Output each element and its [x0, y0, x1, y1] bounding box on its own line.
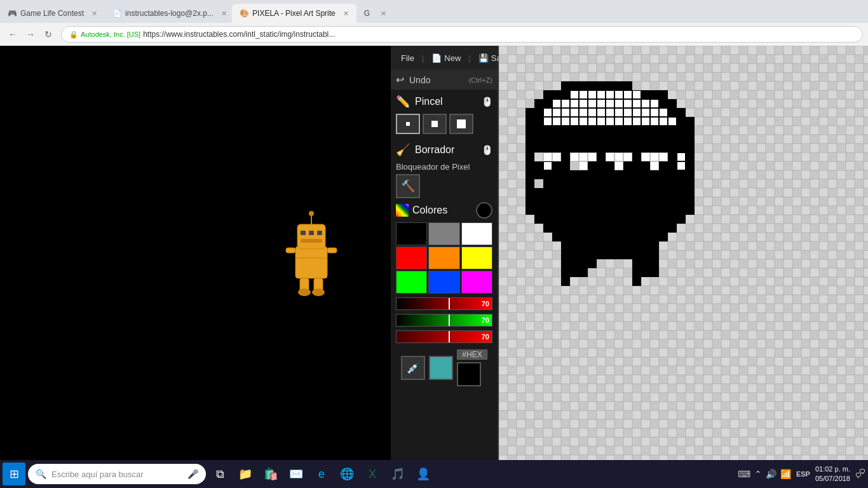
- volume-icon[interactable]: 🔊: [766, 469, 776, 479]
- file-explorer-button[interactable]: 📁: [234, 463, 257, 485]
- eraser-icon: 🧹: [396, 143, 410, 157]
- tab-favicon-1: 🎮: [8, 9, 17, 18]
- excel-button[interactable]: X: [361, 463, 384, 485]
- teal-color-preview[interactable]: [429, 356, 453, 380]
- blue-slider-thumb: [449, 331, 450, 342]
- rainbow-icon: [396, 204, 409, 217]
- undo-button[interactable]: ↩ Undo (Ctrl+Z): [391, 70, 498, 90]
- bloqueador-label: Bloqueador de Pixel: [396, 162, 492, 172]
- chrome-button[interactable]: 🌐: [336, 463, 358, 485]
- clock-time: 01:02 p. m.: [815, 464, 850, 474]
- eraser-tool[interactable]: 🧹 Borrador 🖱️: [391, 139, 498, 161]
- up-arrow-icon[interactable]: ⌃: [754, 469, 762, 479]
- refresh-button[interactable]: ↻: [41, 27, 56, 42]
- pixela-panel: File | 📄 New | 💾 Save | Help PIXELA ↩ Un…: [391, 46, 499, 460]
- eyedropper-button[interactable]: 💉: [401, 356, 425, 380]
- task-view-button[interactable]: ⧉: [208, 463, 231, 485]
- swatch-black[interactable]: [396, 222, 427, 245]
- robot-mascot-area: [241, 46, 381, 460]
- store-button[interactable]: 🛍️: [259, 463, 282, 485]
- mail-button[interactable]: ✉️: [285, 463, 308, 485]
- menu-new[interactable]: 📄 New: [426, 51, 466, 65]
- colors-label: Colores: [412, 205, 447, 216]
- brush-size-small[interactable]: [396, 114, 420, 134]
- pencil-header: ✏️ Pincel 🖱️: [396, 92, 492, 111]
- brush-dot-small: [406, 122, 410, 126]
- back-button[interactable]: ←: [5, 27, 20, 42]
- edge-button[interactable]: e: [310, 463, 333, 485]
- tab-favicon-4: G: [364, 9, 373, 18]
- tab-close-2[interactable]: ✕: [221, 10, 227, 18]
- red-slider-row[interactable]: 70: [396, 296, 492, 311]
- tab-label-1: Game Life Contest: [20, 9, 84, 18]
- start-button[interactable]: ⊞: [3, 463, 25, 485]
- tab-favicon-2: 📄: [112, 9, 121, 18]
- tab-pixela[interactable]: 🎨 PIXELA - Pixel Art Sprite ✕: [232, 4, 356, 23]
- blue-slider-row[interactable]: 70: [396, 329, 492, 344]
- hex-input-field[interactable]: #HEX: [457, 349, 487, 360]
- tab-game-life[interactable]: 🎮 Game Life Contest ✕: [0, 4, 105, 23]
- forward-button[interactable]: →: [23, 27, 38, 42]
- green-slider-track[interactable]: 70: [396, 314, 492, 327]
- eraser-label: Borrador: [415, 144, 454, 156]
- itunes-button[interactable]: 🎵: [386, 463, 409, 485]
- red-slider-value: 70: [482, 300, 489, 308]
- save-icon: 💾: [478, 53, 489, 63]
- tab-instructables[interactable]: 📄 instructables-logo@2x.p... ✕: [105, 4, 232, 23]
- green-slider-value: 70: [482, 316, 489, 324]
- tab-bar: 🎮 Game Life Contest ✕ 📄 instructables-lo…: [0, 0, 868, 23]
- svg-rect-4: [301, 231, 306, 235]
- svg-rect-0: [295, 247, 327, 278]
- taskbar-right: ⌨ ⌃ 🔊 📶 ESP 01:02 p. m. 05/07/2018 🗪: [738, 464, 865, 484]
- new-icon: 📄: [431, 53, 442, 63]
- black-color-preview[interactable]: [457, 362, 481, 386]
- bloqueador-button[interactable]: 🔨: [396, 174, 420, 198]
- green-slider-row[interactable]: 70: [396, 313, 492, 328]
- company-label: Autodesk, Inc. [US]: [81, 30, 140, 38]
- swatch-white[interactable]: [461, 222, 492, 245]
- tab-close-4[interactable]: ✕: [381, 10, 386, 18]
- menu-file[interactable]: File: [396, 51, 419, 65]
- swatch-gray[interactable]: [428, 222, 459, 245]
- brush-size-medium[interactable]: [423, 114, 447, 134]
- blue-slider-value: 70: [482, 333, 489, 341]
- language-badge[interactable]: ESP: [796, 470, 810, 478]
- url-bar[interactable]: 🔒 Autodesk, Inc. [US] https://www.instru…: [61, 26, 863, 43]
- brush-size-large[interactable]: [449, 114, 473, 134]
- pixel-art-canvas[interactable]: [499, 46, 868, 460]
- svg-rect-9: [286, 248, 295, 253]
- current-color-circle[interactable]: [476, 202, 492, 219]
- swatch-green[interactable]: [396, 271, 427, 294]
- bottom-tools-row: 💉 #HEX: [396, 347, 492, 389]
- swatch-red[interactable]: [396, 247, 427, 269]
- tab-close-1[interactable]: ✕: [92, 10, 97, 18]
- pixel-canvas-area[interactable]: [499, 46, 868, 460]
- swatch-orange[interactable]: [428, 247, 459, 269]
- red-slider-track[interactable]: 70: [396, 297, 492, 310]
- ssl-lock-icon: 🔒: [69, 30, 78, 39]
- blue-slider-track[interactable]: 70: [396, 330, 492, 343]
- pencil-tool-section: ✏️ Pincel 🖱️: [391, 90, 498, 139]
- tab-label-2: instructables-logo@2x.p...: [125, 9, 214, 18]
- svg-rect-10: [327, 248, 337, 253]
- address-bar: ← → ↻ 🔒 Autodesk, Inc. [US] https://www.…: [0, 23, 868, 46]
- tab-google[interactable]: G ✕: [356, 4, 394, 23]
- taskbar-search-bar[interactable]: 🔍 Escribe aquí para buscar 🎤: [28, 464, 206, 484]
- wifi-icon[interactable]: 📶: [780, 469, 791, 479]
- brush-dot-medium: [431, 121, 438, 127]
- svg-rect-6: [317, 231, 322, 235]
- url-text: https://www.instructables.com/intl_stati…: [143, 30, 335, 39]
- tab-close-3[interactable]: ✕: [343, 10, 349, 18]
- notification-button[interactable]: 🗪: [855, 468, 865, 480]
- swatch-blue[interactable]: [428, 271, 459, 294]
- svg-rect-5: [309, 231, 314, 235]
- time-display[interactable]: 01:02 p. m. 05/07/2018: [815, 464, 850, 484]
- tab-favicon-3: 🎨: [240, 9, 248, 18]
- eyedropper-icon: 💉: [407, 362, 419, 374]
- swatch-magenta[interactable]: [461, 271, 492, 294]
- svg-point-3: [309, 211, 314, 216]
- swatch-yellow[interactable]: [461, 247, 492, 269]
- network-icon[interactable]: ⌨: [738, 469, 750, 479]
- svg-point-14: [312, 288, 325, 296]
- app8-button[interactable]: 👤: [412, 463, 435, 485]
